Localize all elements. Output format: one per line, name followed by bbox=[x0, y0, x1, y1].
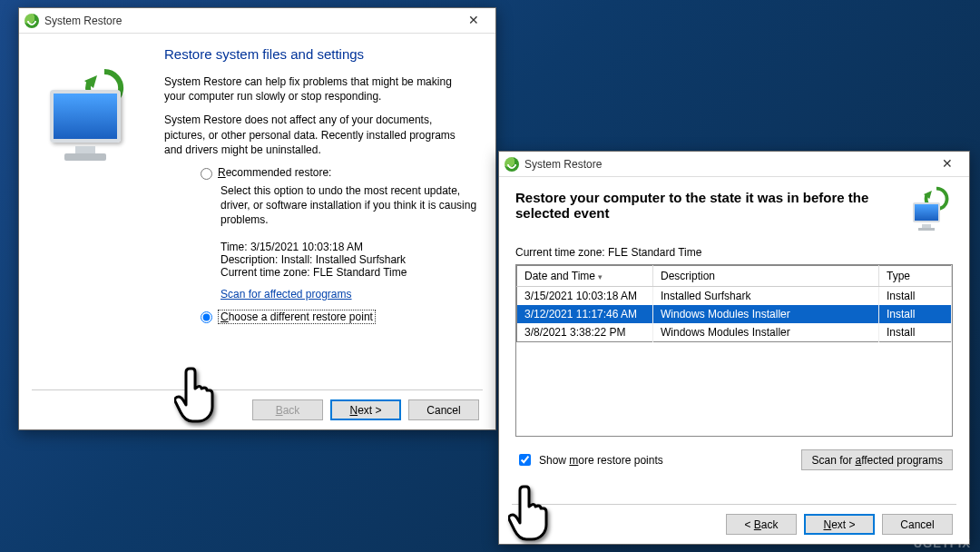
page-heading: Restore system files and settings bbox=[164, 46, 479, 62]
restore-timezone-row: Current time zone: FLE Standard Time bbox=[220, 266, 479, 279]
recommended-restore-desc: Select this option to undo the most rece… bbox=[220, 183, 479, 228]
show-more-checkbox[interactable] bbox=[519, 454, 531, 466]
titlebar[interactable]: System Restore ✕ bbox=[499, 152, 969, 177]
scan-affected-button[interactable]: Scan for affected programs bbox=[801, 449, 953, 470]
cancel-button[interactable]: Cancel bbox=[408, 399, 479, 420]
next-button[interactable]: Next > bbox=[804, 514, 875, 535]
table-row[interactable]: 3/12/2021 11:17:46 AMWindows Modules Ins… bbox=[517, 305, 952, 323]
choose-different-restore-label: Choose a different restore point bbox=[218, 310, 376, 324]
restore-time-row: Time: 3/15/2021 10:03:18 AM bbox=[220, 241, 479, 253]
intro-text-2: System Restore does not affect any of yo… bbox=[164, 113, 473, 157]
watermark: UGETFIX bbox=[914, 537, 971, 550]
table-row[interactable]: 3/8/2021 3:38:22 PMWindows Modules Insta… bbox=[517, 323, 952, 342]
close-icon[interactable]: ✕ bbox=[929, 154, 965, 174]
restore-illustration-icon bbox=[911, 190, 953, 232]
restore-points-table[interactable]: Date and Time ▾ Description Type 3/15/20… bbox=[515, 264, 953, 437]
window-title: System Restore bbox=[44, 15, 456, 27]
close-icon[interactable]: ✕ bbox=[456, 11, 492, 31]
scan-affected-link[interactable]: Scan for affected programs bbox=[220, 288, 352, 301]
system-restore-icon bbox=[505, 157, 519, 172]
window-title: System Restore bbox=[524, 158, 929, 171]
recommended-restore-label: RRecommended restore:ecommended restore: bbox=[218, 166, 331, 179]
cancel-button[interactable]: Cancel bbox=[882, 514, 953, 535]
col-desc[interactable]: Description bbox=[653, 266, 879, 287]
system-restore-wizard-step2: System Restore ✕ Restore your computer t… bbox=[498, 151, 970, 545]
col-date[interactable]: Date and Time ▾ bbox=[517, 266, 653, 287]
restore-illustration-icon bbox=[41, 66, 141, 166]
page-heading: Restore your computer to the state it wa… bbox=[515, 190, 902, 221]
restore-description-row: Description: Install: Installed Surfshar… bbox=[220, 253, 479, 266]
system-restore-icon bbox=[24, 14, 39, 28]
system-restore-wizard-step1: System Restore ✕ Restore system files an… bbox=[18, 7, 496, 430]
recommended-restore-radio[interactable] bbox=[201, 168, 212, 180]
col-type[interactable]: Type bbox=[879, 266, 952, 287]
show-more-restore-points[interactable]: Show more restore points Show more resto… bbox=[515, 451, 663, 468]
back-button[interactable]: < Back bbox=[726, 514, 797, 535]
timezone-line: Current time zone: FLE Standard Time bbox=[515, 246, 953, 259]
back-button: Back bbox=[252, 399, 323, 420]
intro-text-1: System Restore can help fix problems tha… bbox=[164, 74, 464, 104]
choose-different-restore-radio[interactable] bbox=[201, 311, 212, 323]
table-row[interactable]: 3/15/2021 10:03:18 AMInstalled Surfshark… bbox=[517, 287, 952, 306]
titlebar[interactable]: System Restore ✕ bbox=[19, 8, 495, 34]
next-button[interactable]: Next > bbox=[330, 399, 401, 420]
